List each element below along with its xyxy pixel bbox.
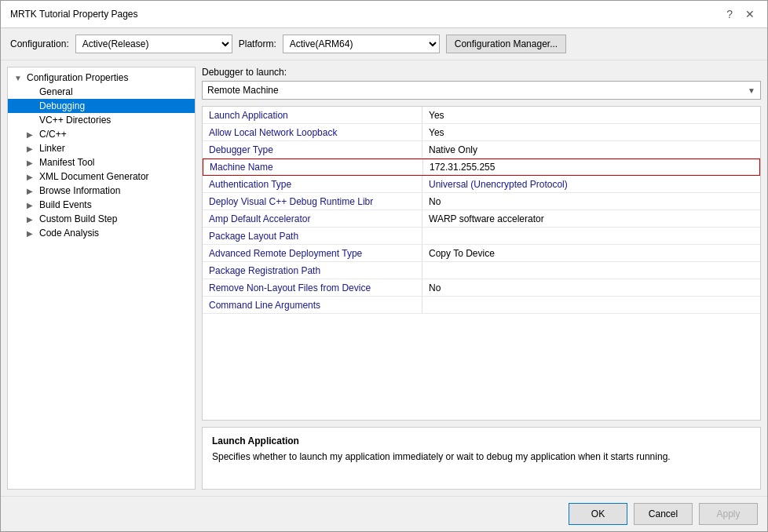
expand-build-events-icon: ▶: [27, 201, 36, 210]
tree-label-linker: Linker: [39, 143, 65, 154]
tree-item-cpp[interactable]: ▶ C/C++: [8, 127, 195, 141]
prop-row-amp-accelerator[interactable]: Amp Default Accelerator WARP software ac…: [203, 210, 760, 228]
prop-name-amp-accelerator: Amp Default Accelerator: [203, 210, 422, 227]
tree-root-config[interactable]: ▼ Configuration Properties: [8, 71, 195, 85]
platform-label: Platform:: [239, 38, 276, 49]
prop-value-debugger-type: Native Only: [422, 141, 760, 158]
prop-value-cmd-args: [422, 297, 760, 313]
prop-value-loopback: Yes: [422, 124, 760, 140]
debugger-arrow-icon: ▼: [748, 86, 755, 95]
prop-name-loopback: Allow Local Network Loopback: [203, 124, 422, 140]
prop-name-machine-name: Machine Name: [203, 159, 423, 175]
toolbar: Configuration: Active(Release) Platform:…: [1, 28, 767, 60]
apply-button[interactable]: Apply: [699, 503, 758, 525]
tree-item-browse-info[interactable]: ▶ Browse Information: [8, 184, 195, 198]
config-label: Configuration:: [10, 38, 69, 49]
expand-browse-icon: ▶: [27, 187, 36, 195]
tree-item-manifest-tool[interactable]: ▶ Manifest Tool: [8, 155, 195, 169]
prop-value-amp-accelerator: WARP software accelerator: [422, 210, 760, 227]
left-tree-panel: ▼ Configuration Properties General Debug…: [7, 67, 196, 490]
prop-row-package-layout[interactable]: Package Layout Path: [203, 228, 760, 245]
tree-item-debugging[interactable]: Debugging: [8, 99, 195, 113]
prop-row-loopback[interactable]: Allow Local Network Loopback Yes: [203, 124, 760, 141]
tree-item-xml-doc[interactable]: ▶ XML Document Generator: [8, 169, 195, 184]
prop-name-package-layout: Package Layout Path: [203, 228, 422, 244]
tree-label-debugging: Debugging: [39, 100, 85, 111]
tree-label-cpp: C/C++: [39, 129, 67, 140]
expand-code-analysis-icon: ▶: [27, 229, 36, 238]
tree-root-label: Configuration Properties: [27, 72, 128, 83]
title-controls: ? ✕: [723, 7, 758, 21]
prop-row-auth-type[interactable]: Authentication Type Universal (Unencrypt…: [203, 176, 760, 193]
prop-row-debugger-type[interactable]: Debugger Type Native Only: [203, 141, 760, 159]
prop-name-launch-app: Launch Application: [203, 107, 422, 123]
prop-value-package-layout: [422, 228, 760, 244]
info-title: Launch Application: [212, 435, 751, 446]
prop-row-cmd-args[interactable]: Command Line Arguments: [203, 297, 760, 314]
expand-manifest-icon: ▶: [27, 159, 36, 167]
debugger-value: Remote Machine: [207, 85, 279, 96]
close-button[interactable]: ✕: [742, 7, 758, 21]
property-pages-dialog: MRTK Tutorial Property Pages ? ✕ Configu…: [0, 0, 768, 532]
info-text: Specifies whether to launch my applicati…: [212, 451, 751, 462]
tree-label-manifest: Manifest Tool: [39, 157, 94, 168]
tree-item-build-events[interactable]: ▶ Build Events: [8, 198, 195, 212]
tree-label-build-events: Build Events: [39, 199, 92, 210]
prop-value-machine-name: 172.31.255.255: [423, 159, 759, 175]
expand-custom-build-icon: ▶: [27, 215, 36, 224]
collapse-arrow-icon: ▼: [14, 74, 24, 82]
properties-table: Launch Application Yes Allow Local Netwo…: [202, 106, 761, 421]
cancel-button[interactable]: Cancel: [634, 503, 693, 525]
prop-value-adv-remote-deploy: Copy To Device: [422, 245, 760, 261]
debugger-section: Debugger to launch: Remote Machine ▼: [202, 67, 761, 100]
config-manager-button[interactable]: Configuration Manager...: [446, 35, 566, 53]
prop-row-machine-name[interactable]: Machine Name 172.31.255.255: [203, 159, 760, 176]
tree-label-code-analysis: Code Analysis: [39, 228, 99, 239]
expand-cpp-icon: ▶: [27, 130, 36, 139]
prop-value-package-reg: [422, 262, 760, 279]
prop-value-remove-non-layout: No: [422, 279, 760, 296]
debugger-launch-label: Debugger to launch:: [202, 67, 761, 78]
content-area: ▼ Configuration Properties General Debug…: [1, 60, 767, 496]
platform-dropdown[interactable]: Active(ARM64): [283, 35, 440, 53]
tree-label-custom-build: Custom Build Step: [39, 213, 117, 224]
tree-item-custom-build[interactable]: ▶ Custom Build Step: [8, 212, 195, 226]
expand-xml-icon: ▶: [27, 173, 36, 181]
prop-row-launch-app[interactable]: Launch Application Yes: [203, 107, 760, 124]
prop-name-package-reg: Package Registration Path: [203, 262, 422, 279]
tree-label-browse: Browse Information: [39, 185, 120, 196]
prop-row-adv-remote-deploy[interactable]: Advanced Remote Deployment Type Copy To …: [203, 245, 760, 262]
prop-name-auth-type: Authentication Type: [203, 176, 422, 192]
prop-name-deploy-runtime: Deploy Visual C++ Debug Runtime Libr: [203, 193, 422, 210]
prop-row-deploy-runtime[interactable]: Deploy Visual C++ Debug Runtime Libr No: [203, 193, 760, 210]
ok-button[interactable]: OK: [569, 503, 627, 525]
right-panel: Debugger to launch: Remote Machine ▼ Lau…: [202, 67, 761, 490]
prop-row-remove-non-layout[interactable]: Remove Non-Layout Files from Device No: [203, 279, 760, 297]
prop-name-cmd-args: Command Line Arguments: [203, 297, 422, 313]
prop-name-debugger-type: Debugger Type: [203, 141, 422, 158]
dialog-title: MRTK Tutorial Property Pages: [10, 9, 138, 20]
tree-item-vc-directories[interactable]: VC++ Directories: [8, 113, 195, 127]
prop-value-launch-app: Yes: [422, 107, 760, 123]
title-bar: MRTK Tutorial Property Pages ? ✕: [1, 1, 767, 28]
configuration-dropdown[interactable]: Active(Release): [75, 35, 232, 53]
tree-label-xml: XML Document Generator: [39, 171, 149, 182]
tree-label-vc: VC++ Directories: [39, 115, 111, 126]
tree-label-general: General: [39, 86, 73, 97]
info-section: Launch Application Specifies whether to …: [202, 427, 761, 490]
prop-name-remove-non-layout: Remove Non-Layout Files from Device: [203, 279, 422, 296]
help-button[interactable]: ?: [723, 7, 736, 21]
prop-value-deploy-runtime: No: [422, 193, 760, 210]
bottom-buttons: OK Cancel Apply: [1, 496, 767, 531]
prop-row-package-reg[interactable]: Package Registration Path: [203, 262, 760, 279]
tree-item-code-analysis[interactable]: ▶ Code Analysis: [8, 226, 195, 240]
tree-item-general[interactable]: General: [8, 85, 195, 99]
prop-value-auth-type: Universal (Unencrypted Protocol): [422, 176, 760, 192]
expand-linker-icon: ▶: [27, 144, 36, 153]
tree-item-linker[interactable]: ▶ Linker: [8, 141, 195, 155]
debugger-dropdown[interactable]: Remote Machine ▼: [202, 81, 761, 100]
prop-name-adv-remote-deploy: Advanced Remote Deployment Type: [203, 245, 422, 261]
